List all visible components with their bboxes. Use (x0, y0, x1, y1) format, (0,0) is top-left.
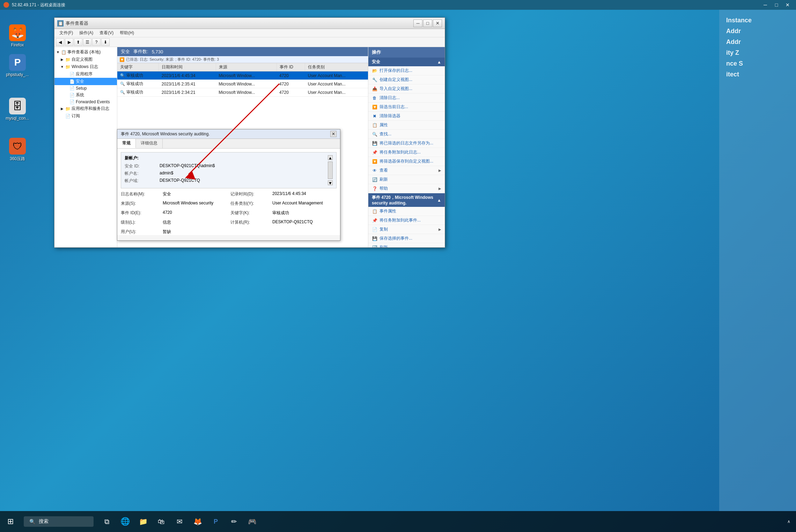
tree-custom-expand: ▶ (60, 58, 64, 61)
action-properties[interactable]: 📋 属性 (368, 121, 445, 130)
tree-system[interactable]: 📄 系统 (54, 91, 117, 99)
rdp-title-icon (3, 2, 9, 8)
tree-winlogs-icon: 📁 (65, 65, 71, 69)
action-attach-event-task[interactable]: 📌 将任务附加到此事件... (368, 216, 445, 225)
action-save-filtered[interactable]: 💾 将已筛选的日志文件另存为... (368, 139, 445, 148)
event-props-icon: 📋 (372, 209, 377, 214)
tree-custom-views[interactable]: ▶ 📁 自定义视图 (54, 56, 117, 63)
taskbar-p[interactable]: P (208, 514, 223, 529)
desktop-icon-360[interactable]: 🛡 360压路 (3, 138, 31, 162)
taskbar-mail[interactable]: ✉ (172, 514, 187, 529)
taskbar-explorer[interactable]: 📁 (135, 514, 151, 529)
scroll-up[interactable]: ▲ (328, 155, 333, 160)
actions-section2-toggle[interactable]: ▲ (437, 198, 441, 203)
taskbar-collapse[interactable]: ∧ (787, 519, 790, 524)
table-row[interactable]: 🔍审核成功 2023/11/6 4:45:34 Microsoft Window… (117, 72, 368, 80)
detail-source: 来源(S): Microsoft Windows security (121, 201, 227, 207)
taskbar-edge[interactable]: 🌐 (117, 514, 133, 529)
scroll-down[interactable]: ▼ (328, 180, 333, 185)
action-save-filter-view-label: 将筛选器保存到自定义视图... (379, 158, 433, 164)
360-label: 360压路 (10, 156, 25, 162)
toolbar-show-hide[interactable]: ☰ (83, 38, 91, 46)
action-event-properties[interactable]: 📋 事件属性 (368, 207, 445, 216)
rdp-maximize-button[interactable]: □ (772, 1, 781, 8)
action-help[interactable]: ❓ 帮助 ▶ (368, 184, 445, 193)
right-panel-nce: nce S (726, 60, 789, 67)
action-find[interactable]: 🔍 查找... (368, 130, 445, 139)
taskbar-firefox[interactable]: 🦊 (190, 514, 205, 529)
ev-close-button[interactable]: ✕ (433, 20, 442, 27)
record-time-value: 2023/11/6 4:45:34 (272, 191, 306, 196)
action-import-view[interactable]: 📥 导入自定义视图... (368, 84, 445, 93)
action-open-saved[interactable]: 📂 打开保存的日志... (368, 66, 445, 75)
ev-minimize-button[interactable]: ─ (413, 20, 422, 27)
detail-tab-details[interactable]: 详细信息 (136, 139, 163, 148)
detail-title: 事件 4720, Microsoft Windows security audi… (121, 131, 210, 137)
actions-section-toggle[interactable]: ▲ (437, 60, 441, 65)
tree-forwarded-events[interactable]: 📄 Forwarded Events (54, 99, 117, 105)
detail-close-button[interactable]: ✕ (330, 131, 337, 137)
account-name-label: 帐户名: (125, 171, 160, 177)
action-filter-current[interactable]: 🔽 筛选当前日志... (368, 103, 445, 112)
taskbar-taskview[interactable]: ⧉ (99, 514, 115, 529)
menu-file[interactable]: 文件(F) (57, 29, 76, 37)
desktop-icon-mysql[interactable]: 🗄 mysql_con... (3, 98, 31, 121)
menu-help[interactable]: 帮助(H) (117, 29, 137, 37)
action-save-filter-view[interactable]: 🔽 将筛选器保存到自定义视图... (368, 157, 445, 166)
tree-appsvc-icon: 📁 (65, 106, 71, 111)
find-icon: 🔍 (372, 132, 377, 137)
action-create-view[interactable]: 🔧 创建自定义视图... (368, 75, 445, 84)
tree-subscriptions[interactable]: 📄 订阅 (54, 112, 117, 120)
action-save-filtered-label: 将已筛选的日志文件另存为... (379, 140, 433, 146)
action-clear-filter[interactable]: ✖ 清除筛选器 (368, 112, 445, 121)
taskbar-pen[interactable]: ✏ (226, 514, 242, 529)
detail-tab-general[interactable]: 常规 (117, 139, 136, 148)
tree-windows-logs[interactable]: ▼ 📁 Windows 日志 (54, 63, 117, 70)
rdp-minimize-button[interactable]: ─ (760, 1, 770, 8)
log-name-label: 日志名称(M): (121, 191, 163, 197)
tree-application[interactable]: 📄 应用程序 (54, 70, 117, 78)
rdp-titlebar-buttons: ─ □ ✕ (760, 1, 793, 8)
events-table: 关键字 日期和时间 来源 事件 ID 任务类别 🔍审核成功 2023/11/6 … (117, 63, 368, 97)
taskbar-start-button[interactable]: ⊞ (0, 511, 21, 532)
tree-appservices[interactable]: ▶ 📁 应用程序和服务日志 (54, 105, 117, 112)
action-attach-event-label: 将任务附加到此事件... (379, 217, 421, 223)
table-row[interactable]: 🔍审核成功 2023/11/6 2:35:41 Microsoft Window… (117, 80, 368, 88)
detail-record-time: 记录时间(D): 2023/11/6 4:45:34 (230, 191, 337, 197)
action-save-selected[interactable]: 💾 保存选择的事件... (368, 234, 445, 243)
desktop-icon-phpstudy[interactable]: P phpstudy_... (3, 54, 31, 77)
taskbar-store[interactable]: 🛍 (154, 514, 169, 529)
action-refresh2[interactable]: 🔄 刷新 (368, 243, 445, 247)
copy-icon: 📄 (372, 227, 377, 232)
tree-security[interactable]: 📄 安全 (54, 78, 117, 85)
tree-root[interactable]: ▼ 📋 事件查看器 (本地) (54, 48, 117, 56)
account-domain-value: DESKTOP-Q921CTQ (160, 178, 200, 184)
action-view[interactable]: 👁 查看 ▶ (368, 166, 445, 175)
new-account-label: 新帐户: (125, 155, 215, 161)
action-refresh[interactable]: 🔄 刷新 (368, 175, 445, 184)
action-attach-task[interactable]: 📌 将任务附加到此日志... (368, 148, 445, 157)
ev-maximize-button[interactable]: □ (423, 20, 432, 27)
tree-setup[interactable]: 📄 Setup (54, 85, 117, 91)
toolbar-export[interactable]: ⬇ (101, 38, 110, 46)
desktop-icon-firefox[interactable]: 🦊 Firefox (3, 24, 31, 47)
toolbar-back[interactable]: ◀ (56, 38, 64, 46)
toolbar-forward[interactable]: ▶ (65, 38, 73, 46)
ev-actions-panel: 操作 安全 ▲ 📂 打开保存的日志... 🔧 创建自定义视图... 📥 导入自定… (368, 47, 445, 247)
taskbar-search[interactable]: 🔍 搜索 (24, 516, 94, 527)
table-row[interactable]: 🔍审核成功 2023/11/6 2:34:21 Microsoft Window… (117, 88, 368, 97)
ev-titlebar-buttons: ─ □ ✕ (413, 20, 442, 27)
action-clear-log[interactable]: 🗑 清除日志... (368, 93, 445, 103)
rdp-close-button[interactable]: ✕ (783, 1, 793, 8)
tree-custom-icon: 📁 (65, 57, 71, 62)
action-copy[interactable]: 📄 复制 ▶ (368, 225, 445, 234)
toolbar-help[interactable]: ? (92, 38, 101, 46)
save-filter-view-icon: 🔽 (372, 159, 377, 164)
detail-task-category: 任务类别(Y): User Account Management (230, 201, 337, 207)
taskbar: ⊞ 🔍 搜索 ⧉ 🌐 📁 🛍 ✉ 🦊 P ✏ 🎮 ∧ (0, 511, 796, 532)
toolbar-up[interactable]: ⬆ (74, 38, 82, 46)
menu-view[interactable]: 查看(V) (97, 29, 116, 37)
taskbar-game[interactable]: 🎮 (244, 514, 260, 529)
event-id-label: 事件 ID(E): (121, 210, 163, 216)
menu-action[interactable]: 操作(A) (76, 29, 96, 37)
